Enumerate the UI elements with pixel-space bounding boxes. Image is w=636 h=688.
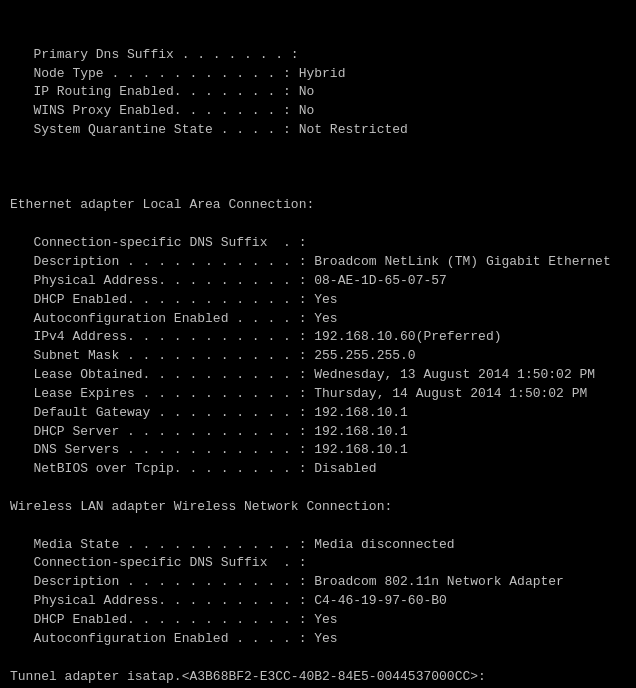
section-header: Ethernet adapter Local Area Connection: (10, 178, 626, 216)
section-header: Tunnel adapter isatap.<A3B68BF2-E3CC-40B… (10, 649, 626, 687)
adapter-section-1: Wireless LAN adapter Wireless Network Co… (10, 479, 626, 649)
terminal-output: Primary Dns Suffix . . . . . . . : Node … (10, 8, 626, 688)
section-header: Wireless LAN adapter Wireless Network Co… (10, 479, 626, 517)
section-lines: Media State . . . . . . . . . . . : Medi… (10, 517, 626, 649)
section-lines: Connection-specific DNS Suffix . : Descr… (10, 215, 626, 479)
adapter-section-2: Tunnel adapter isatap.<A3B68BF2-E3CC-40B… (10, 649, 626, 688)
adapter-section-0: Ethernet adapter Local Area Connection: … (10, 178, 626, 480)
preamble: Primary Dns Suffix . . . . . . . : Node … (10, 46, 626, 140)
